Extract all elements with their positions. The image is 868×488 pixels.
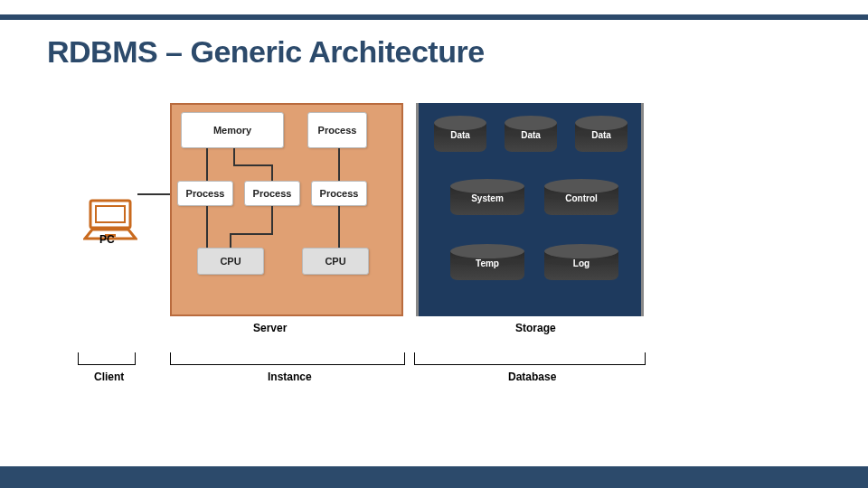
data-cylinder-2-label: Data (505, 130, 557, 140)
pc-label: PC (99, 233, 115, 246)
bracket-client (78, 352, 136, 365)
svg-rect-1 (96, 206, 125, 222)
instance-group-label: Instance (268, 371, 312, 383)
cylinder-icon: Data (575, 116, 627, 159)
cpu-box-1: CPU (197, 248, 264, 275)
connector (338, 148, 340, 181)
memory-box: Memory (181, 112, 284, 148)
architecture-diagram: PC Memory Process Process Process Proces… (0, 90, 868, 452)
connector (271, 206, 273, 233)
connector (233, 164, 273, 166)
cylinder-icon: Temp (450, 244, 524, 287)
title-accent-bar (0, 14, 868, 20)
control-cylinder-label: Control (544, 193, 618, 203)
connector (206, 206, 208, 248)
connector (233, 148, 235, 166)
connector (230, 233, 231, 248)
process-box-top: Process (307, 112, 367, 148)
connector (271, 164, 273, 181)
process-box-2: Process (244, 181, 300, 206)
cylinder-icon: Data (434, 116, 486, 159)
cylinder-icon: Data (505, 116, 557, 159)
system-cylinder-label: System (450, 193, 524, 203)
log-cylinder-label: Log (544, 258, 618, 268)
database-group-label: Database (508, 371, 556, 383)
data-cylinder-3-label: Data (575, 130, 627, 140)
server-label: Server (253, 322, 287, 334)
connector (230, 233, 273, 235)
process-box-1: Process (177, 181, 233, 206)
storage-label: Storage (515, 322, 556, 334)
cylinder-icon: Log (544, 244, 618, 287)
slide-title: RDBMS – Generic Architecture (47, 34, 485, 70)
data-cylinder-1-label: Data (434, 130, 486, 140)
cpu-box-2: CPU (302, 248, 369, 275)
bracket-instance (170, 352, 405, 365)
bracket-database (414, 352, 646, 365)
footer-bar (0, 466, 868, 488)
cylinder-icon: System (450, 179, 524, 222)
connector (338, 206, 340, 248)
connector (206, 148, 208, 181)
client-group-label: Client (94, 371, 124, 383)
process-box-3: Process (311, 181, 367, 206)
temp-cylinder-label: Temp (450, 258, 524, 268)
cylinder-icon: Control (544, 179, 618, 222)
